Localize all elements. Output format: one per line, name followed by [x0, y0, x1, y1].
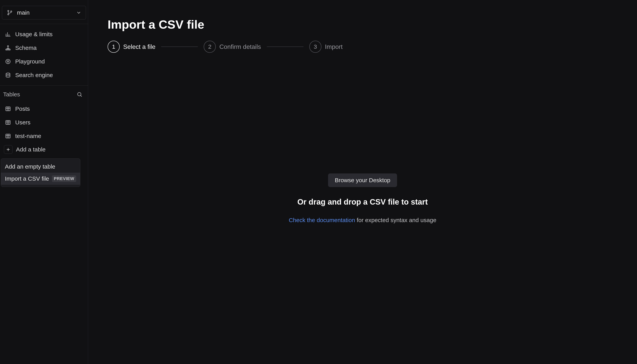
browse-desktop-button[interactable]: Browse your Desktop — [328, 174, 397, 187]
documentation-line: Check the documentation for expected syn… — [289, 217, 436, 224]
plus-icon — [6, 147, 11, 152]
step-select-file: 1 Select a file — [108, 41, 155, 53]
svg-point-9 — [78, 92, 81, 96]
svg-point-3 — [8, 46, 9, 47]
table-icon — [5, 106, 11, 112]
chart-icon — [5, 31, 11, 38]
svg-rect-11 — [6, 120, 10, 124]
table-icon — [5, 119, 11, 126]
branch-name: main — [17, 9, 30, 16]
chevron-down-icon — [76, 10, 82, 16]
stepper: 1 Select a file 2 Confirm details 3 Impo… — [108, 41, 617, 53]
svg-point-4 — [6, 49, 7, 50]
svg-point-0 — [8, 10, 9, 12]
table-label: Posts — [15, 106, 30, 112]
menu-add-empty-table[interactable]: Add an empty table — [1, 160, 80, 173]
step-number: 1 — [108, 41, 120, 53]
tables-search-button[interactable] — [76, 91, 83, 98]
schema-icon — [5, 44, 11, 51]
svg-point-6 — [9, 49, 10, 50]
svg-point-2 — [11, 11, 12, 12]
branch-selector[interactable]: main — [2, 6, 86, 20]
playground-icon — [5, 58, 11, 65]
step-label: Select a file — [123, 43, 155, 50]
table-label: Users — [15, 119, 30, 126]
table-item-test-name[interactable]: test-name — [0, 129, 88, 143]
nav-schema[interactable]: Schema — [0, 41, 88, 55]
step-import: 3 Import — [309, 41, 343, 53]
step-label: Import — [325, 43, 343, 50]
preview-badge: PREVIEW — [52, 176, 76, 182]
table-item-users[interactable]: Users — [0, 116, 88, 129]
step-confirm-details: 2 Confirm details — [204, 41, 261, 53]
step-label: Confirm details — [219, 43, 261, 50]
svg-point-5 — [8, 49, 9, 50]
add-table-row[interactable]: Add a table — [0, 143, 88, 156]
step-connector — [267, 46, 304, 47]
add-table-button[interactable] — [4, 145, 13, 154]
file-drop-zone[interactable]: Browse your Desktop Or drag and drop a C… — [108, 174, 617, 224]
main-nav: Usage & limits Schema Playground — [0, 24, 88, 86]
menu-item-label: Import a CSV file — [5, 176, 49, 182]
menu-item-label: Add an empty table — [5, 163, 55, 170]
search-engine-icon — [5, 72, 11, 78]
nav-label: Playground — [15, 58, 45, 65]
add-table-menu: Add an empty table Import a CSV file PRE… — [1, 158, 80, 187]
sidebar: main Usage & limits — [0, 0, 88, 364]
nav-label: Search engine — [15, 72, 53, 78]
svg-point-1 — [8, 14, 9, 15]
nav-label: Schema — [15, 44, 37, 51]
step-number: 3 — [309, 41, 321, 53]
tables-header: Tables — [0, 86, 88, 101]
table-item-posts[interactable]: Posts — [0, 102, 88, 116]
nav-label: Usage & limits — [15, 31, 53, 38]
nav-playground[interactable]: Playground — [0, 55, 88, 68]
menu-import-csv[interactable]: Import a CSV file PREVIEW — [1, 173, 80, 185]
step-connector — [161, 46, 198, 47]
documentation-suffix: for expected syntax and usage — [355, 217, 437, 223]
svg-point-8 — [6, 73, 10, 74]
tables-title: Tables — [3, 91, 20, 98]
table-label: test-name — [15, 133, 41, 139]
svg-point-7 — [6, 59, 10, 64]
git-branch-icon — [7, 9, 13, 16]
page-title: Import a CSV file — [108, 18, 617, 31]
nav-usage-limits[interactable]: Usage & limits — [0, 28, 88, 41]
svg-rect-12 — [6, 134, 10, 138]
table-icon — [5, 133, 11, 139]
main-content: Import a CSV file 1 Select a file 2 Conf… — [88, 0, 637, 364]
add-table-label: Add a table — [16, 146, 46, 153]
drag-drop-text: Or drag and drop a CSV file to start — [297, 198, 428, 206]
documentation-link[interactable]: Check the documentation — [289, 217, 355, 223]
nav-search-engine[interactable]: Search engine — [0, 68, 88, 82]
search-icon — [77, 92, 82, 97]
svg-rect-10 — [6, 107, 10, 111]
tables-list: Posts Users test-name — [0, 101, 88, 188]
branch-selector-wrapper: main — [0, 6, 88, 24]
step-number: 2 — [204, 41, 216, 53]
